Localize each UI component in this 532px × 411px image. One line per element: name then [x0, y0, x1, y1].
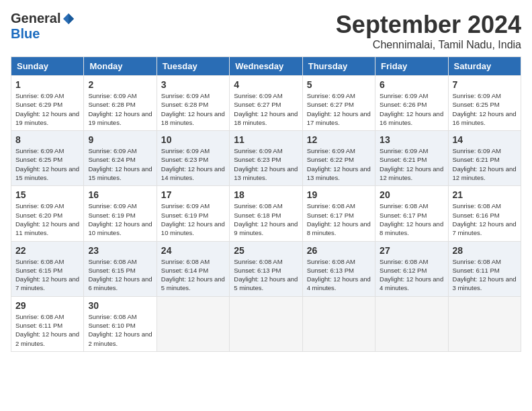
day-detail: Sunrise: 6:09 AM Sunset: 6:19 PM Dayligh… [88, 201, 152, 237]
col-friday: Friday [375, 57, 448, 76]
logo-blue-text: Blue [11, 26, 40, 42]
location: Chennimalai, Tamil Nadu, India [336, 39, 521, 51]
table-cell: 27 Sunrise: 6:08 AM Sunset: 6:12 PM Dayl… [375, 241, 448, 296]
table-cell: 7 Sunrise: 6:09 AM Sunset: 6:25 PM Dayli… [448, 76, 521, 131]
day-number: 16 [88, 189, 152, 200]
day-detail: Sunrise: 6:08 AM Sunset: 6:12 PM Dayligh… [380, 257, 443, 293]
day-number: 20 [380, 189, 443, 200]
week-row: 1 Sunrise: 6:09 AM Sunset: 6:29 PM Dayli… [11, 76, 521, 131]
table-cell [375, 296, 448, 351]
day-detail: Sunrise: 6:08 AM Sunset: 6:15 PM Dayligh… [88, 257, 152, 293]
header: General Blue September 2024 Chennimalai,… [11, 11, 521, 51]
day-number: 10 [161, 134, 225, 145]
table-cell: 6 Sunrise: 6:09 AM Sunset: 6:26 PM Dayli… [375, 76, 448, 131]
table-cell: 3 Sunrise: 6:09 AM Sunset: 6:28 PM Dayli… [157, 76, 229, 131]
day-number: 6 [380, 79, 443, 90]
day-detail: Sunrise: 6:09 AM Sunset: 6:28 PM Dayligh… [161, 91, 225, 127]
week-row: 15 Sunrise: 6:09 AM Sunset: 6:20 PM Dayl… [11, 186, 521, 241]
day-detail: Sunrise: 6:09 AM Sunset: 6:29 PM Dayligh… [15, 91, 79, 127]
day-number: 27 [380, 245, 443, 256]
logo-icon [62, 12, 75, 26]
day-number: 28 [453, 245, 517, 256]
day-number: 3 [161, 79, 225, 90]
table-cell: 21 Sunrise: 6:08 AM Sunset: 6:16 PM Dayl… [448, 186, 521, 241]
col-wednesday: Wednesday [230, 57, 302, 76]
day-number: 25 [234, 245, 298, 256]
table-cell: 22 Sunrise: 6:08 AM Sunset: 6:15 PM Dayl… [11, 241, 84, 296]
day-detail: Sunrise: 6:08 AM Sunset: 6:16 PM Dayligh… [453, 201, 517, 237]
day-number: 11 [234, 134, 298, 145]
day-detail: Sunrise: 6:08 AM Sunset: 6:17 PM Dayligh… [307, 201, 371, 237]
day-detail: Sunrise: 6:09 AM Sunset: 6:23 PM Dayligh… [161, 146, 225, 182]
day-number: 21 [453, 189, 517, 200]
week-row: 8 Sunrise: 6:09 AM Sunset: 6:25 PM Dayli… [11, 131, 521, 186]
month-title: September 2024 [336, 11, 521, 39]
table-cell: 10 Sunrise: 6:09 AM Sunset: 6:23 PM Dayl… [157, 131, 229, 186]
table-cell: 9 Sunrise: 6:09 AM Sunset: 6:24 PM Dayli… [84, 131, 157, 186]
table-cell [230, 296, 302, 351]
day-number: 5 [307, 79, 371, 90]
table-cell: 25 Sunrise: 6:08 AM Sunset: 6:13 PM Dayl… [230, 241, 302, 296]
table-cell: 2 Sunrise: 6:09 AM Sunset: 6:28 PM Dayli… [84, 76, 157, 131]
day-detail: Sunrise: 6:08 AM Sunset: 6:14 PM Dayligh… [161, 257, 225, 293]
day-number: 29 [15, 300, 79, 311]
week-row: 22 Sunrise: 6:08 AM Sunset: 6:15 PM Dayl… [11, 241, 521, 296]
table-cell: 19 Sunrise: 6:08 AM Sunset: 6:17 PM Dayl… [302, 186, 375, 241]
table-cell [302, 296, 375, 351]
table-cell: 28 Sunrise: 6:08 AM Sunset: 6:11 PM Dayl… [448, 241, 521, 296]
day-detail: Sunrise: 6:09 AM Sunset: 6:19 PM Dayligh… [161, 201, 225, 237]
col-thursday: Thursday [302, 57, 375, 76]
day-detail: Sunrise: 6:08 AM Sunset: 6:11 PM Dayligh… [453, 257, 517, 293]
day-detail: Sunrise: 6:08 AM Sunset: 6:13 PM Dayligh… [307, 257, 371, 293]
day-detail: Sunrise: 6:09 AM Sunset: 6:26 PM Dayligh… [380, 91, 443, 127]
table-cell [448, 296, 521, 351]
col-monday: Monday [84, 57, 157, 76]
day-detail: Sunrise: 6:08 AM Sunset: 6:10 PM Dayligh… [88, 312, 152, 348]
day-detail: Sunrise: 6:09 AM Sunset: 6:22 PM Dayligh… [307, 146, 371, 182]
col-saturday: Saturday [448, 57, 521, 76]
table-cell: 1 Sunrise: 6:09 AM Sunset: 6:29 PM Dayli… [11, 76, 84, 131]
day-detail: Sunrise: 6:09 AM Sunset: 6:27 PM Dayligh… [234, 91, 298, 127]
table-cell: 30 Sunrise: 6:08 AM Sunset: 6:10 PM Dayl… [84, 296, 157, 351]
day-number: 13 [380, 134, 443, 145]
day-number: 24 [161, 245, 225, 256]
table-cell: 4 Sunrise: 6:09 AM Sunset: 6:27 PM Dayli… [230, 76, 302, 131]
day-number: 9 [88, 134, 152, 145]
table-cell: 18 Sunrise: 6:08 AM Sunset: 6:18 PM Dayl… [230, 186, 302, 241]
day-detail: Sunrise: 6:08 AM Sunset: 6:17 PM Dayligh… [380, 201, 443, 237]
day-detail: Sunrise: 6:09 AM Sunset: 6:28 PM Dayligh… [88, 91, 152, 127]
day-number: 18 [234, 189, 298, 200]
day-number: 7 [453, 79, 517, 90]
day-detail: Sunrise: 6:09 AM Sunset: 6:25 PM Dayligh… [15, 146, 79, 182]
col-sunday: Sunday [11, 57, 84, 76]
day-detail: Sunrise: 6:08 AM Sunset: 6:13 PM Dayligh… [234, 257, 298, 293]
day-detail: Sunrise: 6:09 AM Sunset: 6:25 PM Dayligh… [453, 91, 517, 127]
table-cell: 11 Sunrise: 6:09 AM Sunset: 6:23 PM Dayl… [230, 131, 302, 186]
day-number: 14 [453, 134, 517, 145]
table-cell: 14 Sunrise: 6:09 AM Sunset: 6:21 PM Dayl… [448, 131, 521, 186]
table-cell: 20 Sunrise: 6:08 AM Sunset: 6:17 PM Dayl… [375, 186, 448, 241]
day-detail: Sunrise: 6:09 AM Sunset: 6:20 PM Dayligh… [15, 201, 79, 237]
day-number: 30 [88, 300, 152, 311]
day-detail: Sunrise: 6:09 AM Sunset: 6:24 PM Dayligh… [88, 146, 152, 182]
day-number: 1 [15, 79, 79, 90]
table-cell: 17 Sunrise: 6:09 AM Sunset: 6:19 PM Dayl… [157, 186, 229, 241]
day-number: 2 [88, 79, 152, 90]
table-cell: 24 Sunrise: 6:08 AM Sunset: 6:14 PM Dayl… [157, 241, 229, 296]
day-detail: Sunrise: 6:09 AM Sunset: 6:21 PM Dayligh… [380, 146, 443, 182]
day-number: 26 [307, 245, 371, 256]
table-cell: 13 Sunrise: 6:09 AM Sunset: 6:21 PM Dayl… [375, 131, 448, 186]
day-detail: Sunrise: 6:08 AM Sunset: 6:15 PM Dayligh… [15, 257, 79, 293]
svg-marker-1 [69, 13, 74, 24]
day-number: 23 [88, 245, 152, 256]
day-number: 8 [15, 134, 79, 145]
day-detail: Sunrise: 6:09 AM Sunset: 6:27 PM Dayligh… [307, 91, 371, 127]
day-detail: Sunrise: 6:08 AM Sunset: 6:18 PM Dayligh… [234, 201, 298, 237]
day-detail: Sunrise: 6:09 AM Sunset: 6:21 PM Dayligh… [453, 146, 517, 182]
day-number: 15 [15, 189, 79, 200]
col-tuesday: Tuesday [157, 57, 229, 76]
calendar-table: Sunday Monday Tuesday Wednesday Thursday… [11, 56, 521, 352]
table-cell: 23 Sunrise: 6:08 AM Sunset: 6:15 PM Dayl… [84, 241, 157, 296]
day-detail: Sunrise: 6:09 AM Sunset: 6:23 PM Dayligh… [234, 146, 298, 182]
day-number: 19 [307, 189, 371, 200]
